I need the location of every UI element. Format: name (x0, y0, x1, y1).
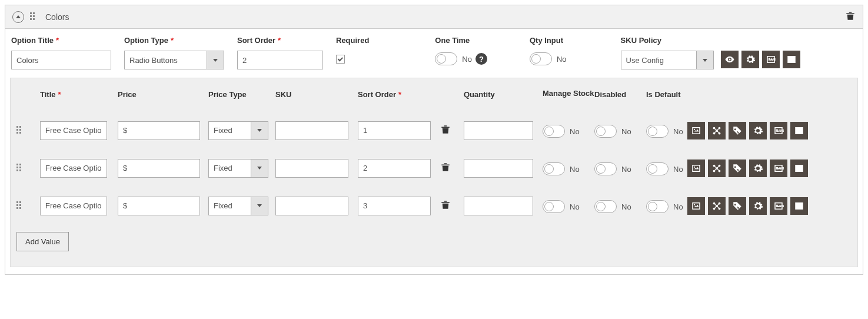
option-panel: Colors Option Title* Option Type* Sort O… (5, 5, 863, 275)
row-sort-input[interactable] (358, 197, 431, 215)
trash-icon (440, 162, 451, 172)
caret-down-icon (703, 59, 707, 62)
col-quantity: Quantity (464, 90, 543, 99)
drag-handle-icon[interactable] (16, 201, 24, 211)
required-checkbox[interactable] (336, 55, 345, 64)
row-price-type-select[interactable] (208, 159, 275, 178)
col-price-type: Price Type (208, 90, 275, 99)
option-fields-row: Option Title* Option Type* Sort Order* R… (10, 36, 858, 78)
description-button[interactable] (790, 197, 808, 215)
dependency-button[interactable] (708, 122, 726, 139)
skupolicy-select[interactable] (621, 51, 714, 69)
disabled-value: No (621, 127, 631, 136)
settings-button[interactable] (749, 122, 767, 139)
tag-icon (732, 163, 743, 174)
price-button[interactable] (729, 197, 746, 215)
delete-row-button[interactable] (440, 124, 464, 137)
dependency-button[interactable] (708, 160, 726, 177)
name-button[interactable] (770, 122, 787, 139)
row-sort-input[interactable] (358, 159, 431, 178)
text-icon (786, 54, 797, 65)
image-icon (691, 163, 701, 174)
is-default-toggle[interactable] (646, 125, 669, 138)
row-price-input[interactable] (118, 121, 200, 140)
manage-stock-value: No (570, 127, 580, 136)
drag-handle-icon[interactable] (16, 126, 24, 135)
eye-icon (724, 54, 735, 65)
visibility-button[interactable] (721, 51, 739, 68)
manage-stock-value: No (570, 165, 580, 174)
row-quantity-input[interactable] (464, 159, 533, 178)
manage-stock-toggle[interactable] (543, 125, 565, 138)
option-type-select[interactable] (124, 51, 224, 69)
table-row: No No No (11, 187, 857, 225)
name-icon (773, 125, 784, 136)
image-button[interactable] (687, 160, 705, 177)
description-button[interactable] (783, 51, 800, 68)
caret-down-icon (257, 167, 262, 170)
name-icon (773, 163, 784, 174)
dependency-icon (711, 125, 722, 136)
option-title-input[interactable] (11, 51, 111, 69)
row-sort-input[interactable] (358, 121, 431, 140)
qtyinput-label: Qty Input (530, 36, 567, 45)
name-button[interactable] (770, 160, 787, 177)
row-sku-input[interactable] (275, 121, 348, 140)
image-button[interactable] (687, 197, 705, 215)
row-price-input[interactable] (118, 159, 200, 178)
row-title-input[interactable] (40, 121, 107, 140)
manage-stock-toggle[interactable] (543, 200, 565, 213)
row-title-input[interactable] (40, 159, 107, 178)
settings-button[interactable] (741, 51, 759, 68)
image-button[interactable] (687, 122, 705, 139)
row-price-type-select[interactable] (208, 197, 275, 215)
row-sku-input[interactable] (275, 197, 348, 215)
row-quantity-input[interactable] (464, 197, 533, 215)
collapse-button[interactable] (12, 11, 24, 23)
is-default-toggle[interactable] (646, 162, 669, 175)
onetime-label: One Time (435, 36, 487, 45)
help-icon[interactable]: ? (475, 53, 487, 65)
drag-handle-icon[interactable] (30, 12, 37, 22)
col-price: Price (118, 90, 208, 99)
sort-order-input[interactable] (237, 51, 323, 69)
onetime-value: No (462, 55, 472, 64)
row-price-type-select[interactable] (208, 121, 275, 140)
price-button[interactable] (729, 122, 746, 139)
table-row: No No No (11, 149, 857, 187)
disabled-toggle[interactable] (594, 200, 617, 213)
settings-button[interactable] (749, 197, 767, 215)
delete-option-button[interactable] (845, 11, 856, 23)
values-header: Title* Price Price Type SKU Sort Order* … (11, 78, 857, 112)
trash-icon (845, 11, 856, 21)
disabled-toggle[interactable] (594, 162, 617, 175)
gear-icon (753, 201, 763, 211)
settings-button[interactable] (749, 160, 767, 177)
add-value-button[interactable]: Add Value (16, 232, 69, 251)
onetime-toggle[interactable] (435, 52, 457, 65)
col-sort: Sort Order* (358, 90, 440, 99)
option-title-label: Option Title* (11, 36, 111, 45)
sort-order-label: Sort Order* (237, 36, 323, 45)
row-price-input[interactable] (118, 197, 200, 215)
price-button[interactable] (729, 160, 746, 177)
delete-row-button[interactable] (440, 200, 464, 212)
is-default-toggle[interactable] (646, 200, 669, 213)
delete-row-button[interactable] (440, 162, 464, 174)
drag-handle-icon[interactable] (16, 164, 24, 173)
description-button[interactable] (790, 122, 808, 139)
description-button[interactable] (790, 160, 808, 177)
text-icon (794, 201, 804, 211)
row-title-input[interactable] (40, 197, 107, 215)
required-label: Required (336, 36, 369, 45)
image-icon (691, 125, 701, 136)
qtyinput-toggle[interactable] (530, 52, 552, 65)
disabled-toggle[interactable] (594, 125, 617, 138)
row-quantity-input[interactable] (464, 121, 533, 140)
name-button[interactable] (762, 51, 780, 68)
dependency-button[interactable] (708, 197, 726, 215)
row-sku-input[interactable] (275, 159, 348, 178)
manage-stock-toggle[interactable] (543, 162, 565, 175)
name-button[interactable] (770, 197, 787, 215)
qtyinput-value: No (557, 55, 567, 64)
